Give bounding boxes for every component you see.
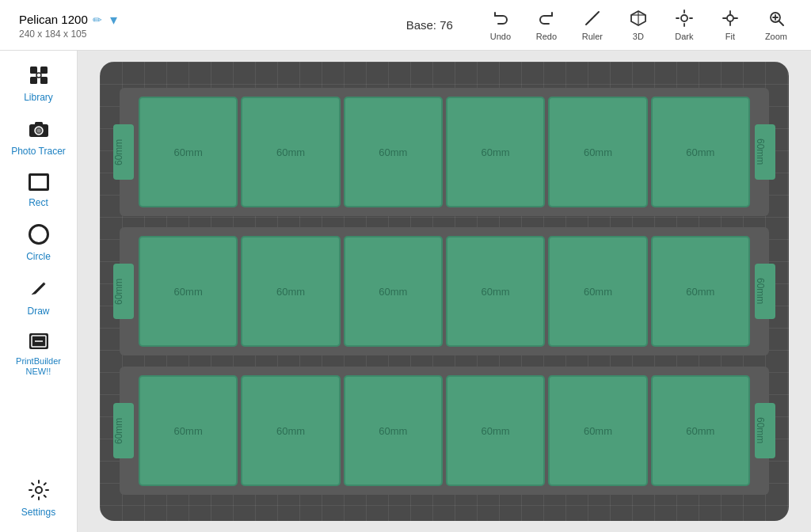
svg-point-7 xyxy=(681,15,687,21)
ruler-button[interactable]: Ruler xyxy=(570,5,615,46)
case-canvas: 60mm 60mm 60mm 60mm 60mm 60mm 60mm 60mm xyxy=(100,62,789,521)
cells-row-1: 60mm 60mm 60mm 60mm 60mm 60mm xyxy=(139,97,750,207)
toolbar-right: Undo Redo Ruler 3D Dark xyxy=(478,5,798,46)
cell-label: 60mm xyxy=(276,286,305,298)
3d-label: 3D xyxy=(633,32,644,41)
edit-icon[interactable]: ✏ xyxy=(93,13,102,26)
svg-rect-23 xyxy=(30,77,37,84)
svg-rect-24 xyxy=(40,77,48,84)
cube-icon xyxy=(630,10,647,29)
foam-cell[interactable]: 60mm xyxy=(139,236,238,347)
base-label: Base: 76 xyxy=(406,18,453,32)
camera-icon xyxy=(29,119,49,142)
sidebar-item-library[interactable]: Library xyxy=(0,57,77,111)
cell-label: 60mm xyxy=(379,286,407,298)
rect-shape-icon xyxy=(29,173,49,194)
side-tab-left: 60mm xyxy=(113,264,134,319)
svg-point-33 xyxy=(36,487,42,493)
printbuilder-icon xyxy=(29,332,49,353)
circle-label: Circle xyxy=(26,251,51,262)
sidebar-item-printbuilder[interactable]: PrintBuilderNEW!! xyxy=(0,325,77,385)
cell-label: 60mm xyxy=(174,146,203,158)
foam-cell[interactable]: 60mm xyxy=(344,97,443,207)
foam-cell[interactable]: 60mm xyxy=(344,375,443,486)
undo-button[interactable]: Undo xyxy=(478,5,523,46)
rect-label: Rect xyxy=(29,197,48,208)
settings-label: Settings xyxy=(21,507,55,518)
foam-cell[interactable]: 60mm xyxy=(548,236,647,347)
foam-cell[interactable]: 60mm xyxy=(344,236,443,347)
side-tab-left: 60mm xyxy=(113,403,134,458)
sidebar-item-settings[interactable]: Settings xyxy=(0,472,77,526)
fit-button[interactable]: Fit xyxy=(708,5,752,46)
cell-label: 60mm xyxy=(584,286,612,298)
foam-cell[interactable]: 60mm xyxy=(139,97,238,207)
undo-label: Undo xyxy=(490,32,511,41)
ruler-label: Ruler xyxy=(582,32,603,41)
foam-row: 60mm 60mm 60mm 60mm 60mm 60mm 60mm 60mm xyxy=(120,88,769,216)
undo-icon xyxy=(492,10,509,29)
sidebar: Library Photo Tracer Rect Circle Draw xyxy=(0,51,78,532)
sidebar-item-photo-tracer[interactable]: Photo Tracer xyxy=(0,111,77,165)
left-tab-label: 60mm xyxy=(113,264,124,319)
foam-cell[interactable]: 60mm xyxy=(446,375,545,486)
svg-rect-21 xyxy=(30,66,37,74)
sidebar-item-rect[interactable]: Rect xyxy=(0,165,77,216)
side-tab-left: 60mm xyxy=(113,124,134,180)
left-tab-label: 60mm xyxy=(113,124,124,180)
toolbar-left: Pelican 1200 ✏ ▾ 240 x 184 x 105 xyxy=(19,11,406,40)
printbuilder-label: PrintBuilderNEW!! xyxy=(16,356,61,377)
left-tab-label: 60mm xyxy=(113,403,124,458)
side-tab-right: 60mm xyxy=(755,124,775,180)
rows-container: 60mm 60mm 60mm 60mm 60mm 60mm 60mm 60mm xyxy=(120,88,769,495)
circle-shape-icon xyxy=(29,224,49,248)
cells-row-2: 60mm 60mm 60mm 60mm 60mm 60mm xyxy=(139,236,750,347)
library-label: Library xyxy=(24,92,53,103)
cell-label: 60mm xyxy=(482,286,510,298)
zoom-icon xyxy=(767,10,785,29)
puzzle-icon xyxy=(29,65,49,89)
foam-cell[interactable]: 60mm xyxy=(651,97,750,207)
case-dimensions: 240 x 184 x 105 xyxy=(19,28,406,40)
case-name: Pelican 1200 xyxy=(19,13,88,26)
foam-cell[interactable]: 60mm xyxy=(446,97,545,207)
foam-cell[interactable]: 60mm xyxy=(139,375,238,486)
foam-row: 60mm 60mm 60mm 60mm 60mm 60mm 60mm 60mm xyxy=(120,367,769,495)
foam-row: 60mm 60mm 60mm 60mm 60mm 60mm 60mm 60mm xyxy=(120,227,769,355)
foam-cell[interactable]: 60mm xyxy=(651,236,750,347)
right-tab-label: 60mm xyxy=(755,124,766,180)
svg-point-25 xyxy=(36,73,41,78)
sidebar-item-circle[interactable]: Circle xyxy=(0,216,77,270)
cell-label: 60mm xyxy=(174,425,203,437)
3d-button[interactable]: 3D xyxy=(616,5,661,46)
redo-button[interactable]: Redo xyxy=(524,5,569,46)
draw-label: Draw xyxy=(27,306,49,317)
foam-cell[interactable]: 60mm xyxy=(548,375,647,486)
foam-cell[interactable]: 60mm xyxy=(241,236,340,347)
svg-rect-29 xyxy=(35,122,43,125)
sidebar-item-draw[interactable]: Draw xyxy=(0,271,77,325)
fit-icon xyxy=(722,10,739,29)
foam-cell[interactable]: 60mm xyxy=(446,236,545,347)
chevron-down-icon[interactable]: ▾ xyxy=(110,11,117,28)
foam-cell[interactable]: 60mm xyxy=(651,375,750,486)
dark-button[interactable]: Dark xyxy=(662,5,706,46)
toolbar: Pelican 1200 ✏ ▾ 240 x 184 x 105 Base: 7… xyxy=(0,0,811,51)
base-label-container: Base: 76 xyxy=(406,18,453,32)
zoom-label: Zoom xyxy=(765,32,787,41)
cell-label: 60mm xyxy=(686,286,714,298)
cell-label: 60mm xyxy=(276,146,305,158)
foam-cell[interactable]: 60mm xyxy=(548,97,647,207)
dark-icon xyxy=(676,10,693,29)
svg-line-18 xyxy=(779,21,783,25)
cell-label: 60mm xyxy=(686,146,714,158)
zoom-button[interactable]: Zoom xyxy=(754,5,798,46)
foam-cell[interactable]: 60mm xyxy=(241,375,340,486)
right-tab-label: 60mm xyxy=(755,264,766,319)
foam-cell[interactable]: 60mm xyxy=(241,97,340,207)
canvas-area[interactable]: 60mm 60mm 60mm 60mm 60mm 60mm 60mm 60mm xyxy=(78,51,811,532)
cell-label: 60mm xyxy=(379,146,407,158)
redo-icon xyxy=(538,10,555,29)
svg-rect-22 xyxy=(40,66,48,74)
cell-label: 60mm xyxy=(276,425,305,437)
